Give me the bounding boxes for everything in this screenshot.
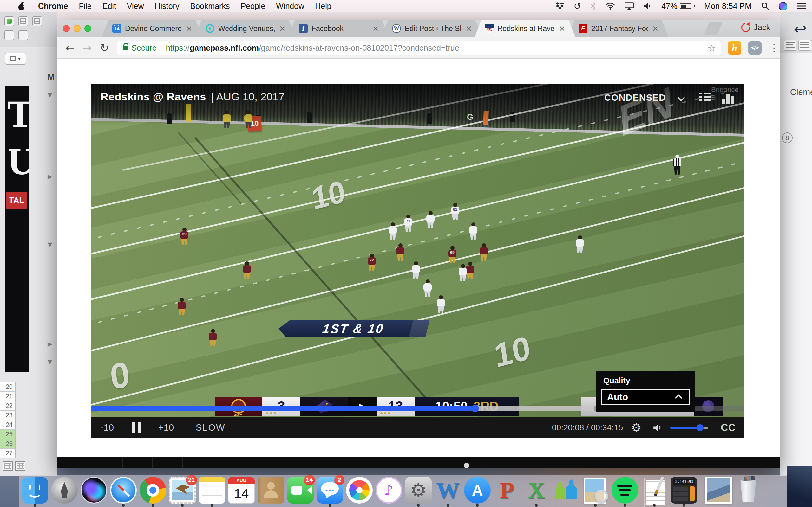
tab-close-icon[interactable]: × (372, 24, 379, 33)
bookmark-star-icon[interactable]: ☆ (708, 43, 716, 54)
back-button[interactable]: ← (65, 42, 74, 54)
honey-extension-icon[interactable]: h (728, 41, 741, 55)
sidebar-toggle-button[interactable]: ▾ (5, 53, 26, 65)
bluetooth-icon[interactable] (590, 2, 596, 10)
menu-view[interactable]: View (127, 2, 144, 11)
disclosure-triangle[interactable]: ▼ (48, 241, 52, 248)
tab-nfl[interactable]: NFLRedskins at Raven× (474, 20, 575, 38)
dock-item-itunes[interactable]: ♪ (375, 477, 402, 507)
security-label[interactable]: Secure (132, 43, 157, 53)
siri-menu-icon[interactable] (779, 2, 787, 10)
tab-espn[interactable]: E2017 Fantasy Foo× (568, 20, 669, 38)
closed-captions-button[interactable]: CC (721, 417, 736, 438)
dock-item-trash[interactable] (735, 477, 762, 507)
video-player[interactable]: 10 0 10 EN 10 G 1ST & 10 3972697181 Reds… (91, 84, 744, 438)
dock-item-spotify[interactable] (612, 477, 638, 507)
dock-item-powerpoint[interactable]: P (494, 477, 520, 507)
menu-help[interactable]: Help (315, 2, 331, 11)
dock-item-messages[interactable]: •••2 (316, 477, 343, 507)
pause-button[interactable] (132, 417, 141, 438)
slow-button[interactable]: SLOW (196, 417, 225, 438)
volume-icon[interactable] (644, 2, 652, 10)
tab-close-icon[interactable]: × (278, 24, 286, 33)
dock-item-finder[interactable] (21, 477, 48, 507)
dock-item-photodoc[interactable] (705, 477, 732, 507)
dock-item-safari[interactable] (110, 477, 137, 507)
wifi-icon[interactable] (606, 2, 615, 10)
settings-gear-icon[interactable]: ⚙ (631, 417, 641, 438)
tab-facebook[interactable]: fFacebook× (288, 20, 389, 38)
reload-button[interactable]: ↻ (100, 42, 109, 54)
dock-item-appstore[interactable]: A (464, 477, 491, 507)
palette-icon[interactable] (4, 16, 14, 26)
menu-edit[interactable]: Edit (102, 2, 116, 11)
condensed-mode-label[interactable]: CONDENSED (604, 93, 666, 103)
dock-item-calendar[interactable]: AUG14 (228, 477, 255, 507)
spotlight-icon[interactable] (761, 2, 769, 10)
quality-dropdown[interactable]: Auto (601, 389, 690, 405)
dock-item-lync[interactable] (553, 477, 579, 507)
dock-item-word[interactable]: W (435, 477, 461, 507)
disclosure-triangle[interactable]: ▼ (48, 358, 52, 365)
mute-button[interactable] (653, 417, 663, 438)
dropbox-icon[interactable] (555, 2, 564, 10)
chrome-menu-button[interactable]: ⋮ (769, 42, 779, 54)
sheet-grid-icon[interactable] (3, 461, 13, 471)
chart-icon[interactable] (32, 16, 42, 26)
minimize-window-button[interactable] (73, 25, 81, 32)
menu-file[interactable]: File (79, 2, 91, 11)
dock-item-sysprefs[interactable]: ⚙ (405, 477, 432, 507)
apple-menu-icon[interactable] (18, 2, 26, 10)
menu-clock[interactable]: Mon 8:54 PM (704, 2, 751, 11)
tab-close-icon[interactable]: × (558, 24, 566, 33)
disclosure-triangle[interactable]: ▶ (48, 340, 52, 347)
profile-chip[interactable]: Jack (741, 23, 770, 32)
forward-button[interactable]: → (83, 42, 92, 54)
disclosure-triangle[interactable]: ▼ (48, 91, 52, 98)
close-window-button[interactable] (63, 25, 70, 32)
shape-icon[interactable] (4, 31, 14, 40)
dock-item-contacts[interactable] (258, 477, 284, 507)
battery-indicator[interactable]: 47% (661, 2, 695, 11)
dock-item-launchpad[interactable] (51, 477, 78, 507)
disclosure-triangle[interactable]: ▶ (48, 173, 52, 180)
dock-item-textedit[interactable] (641, 477, 668, 507)
dock-item-siri[interactable] (81, 477, 107, 507)
table-icon[interactable] (18, 16, 28, 26)
stats-icon[interactable] (722, 91, 737, 104)
forward-10-button[interactable]: +10 (158, 417, 174, 438)
progress-knob[interactable] (471, 405, 479, 412)
playlist-icon[interactable] (699, 93, 711, 103)
tab-close-icon[interactable]: × (185, 24, 193, 33)
tab-calendar[interactable]: 14Devine Commercia× (101, 20, 202, 38)
dock-item-preview[interactable] (582, 477, 609, 507)
text-icon[interactable] (18, 31, 28, 40)
menu-people[interactable]: People (241, 2, 265, 11)
tab-wedding[interactable]: Wedding Venues,× (195, 20, 296, 38)
dock-item-mail[interactable]: 21 (169, 477, 196, 507)
rewind-10-button[interactable]: -10 (101, 417, 114, 438)
menu-history[interactable]: History (155, 2, 180, 11)
zoom-window-button[interactable] (84, 25, 91, 32)
airplay-icon[interactable] (624, 2, 634, 10)
tab-close-icon[interactable]: × (465, 24, 473, 33)
dock-item-notes[interactable] (199, 477, 225, 507)
volume-slider[interactable] (670, 417, 708, 438)
time-machine-icon[interactable]: ↺ (574, 1, 581, 11)
code-extension-icon[interactable]: </> (748, 41, 762, 55)
chevron-down-icon[interactable] (677, 94, 685, 101)
dock-item-chrome[interactable] (140, 477, 166, 507)
tab-close-icon[interactable]: × (652, 24, 659, 33)
dock-item-excel[interactable]: X (523, 477, 550, 507)
align-justify-icon[interactable] (798, 40, 811, 51)
menu-window[interactable]: Window (276, 2, 304, 11)
align-left-icon[interactable] (784, 40, 797, 51)
menu-bookmarks[interactable]: Bookmarks (190, 2, 230, 11)
menu-chrome[interactable]: Chrome (38, 2, 68, 11)
dock-item-photos[interactable] (346, 477, 373, 507)
address-bar[interactable]: Secure https://gamepass.nfl.com/game/red… (117, 41, 721, 55)
share-arrow-icon[interactable]: ↩ (794, 21, 807, 37)
notification-center-icon[interactable] (797, 3, 806, 9)
tab-wordpress[interactable]: WEdit Post ‹ The Ski× (381, 20, 482, 38)
sheet-grid-icon[interactable] (15, 461, 26, 471)
